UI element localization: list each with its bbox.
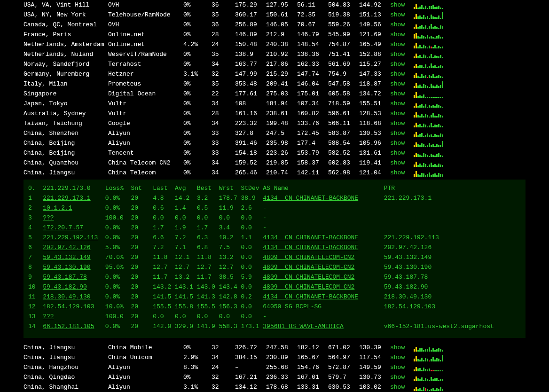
cell: 223.26 [266, 148, 297, 158]
as-link[interactable]: 4809 CN CHINATELECOM-CN2 [263, 283, 354, 290]
cell: 70.67 [297, 20, 328, 30]
latency-sparkline [414, 31, 446, 39]
table-row: China, JiangsuChina Telecom0%34265.46210… [24, 168, 525, 178]
as-link[interactable]: 64050 SG BCPL-SG [263, 303, 322, 310]
hop-ip-link[interactable]: ??? [43, 313, 54, 320]
cell: 582.52 [328, 148, 359, 158]
cell: 162.33 [297, 59, 328, 69]
table-row: USA, VA, Vint HillOVH0%36175.29127.9556.… [24, 0, 525, 10]
as-link[interactable]: 4809 CN CHINATELECOM-CN2 [263, 274, 354, 281]
cell: 247.58 [266, 343, 297, 353]
cell: 154.18 [235, 148, 266, 158]
cell: 199.48 [266, 118, 297, 128]
show-link[interactable]: show [390, 344, 405, 351]
hop-ip-link[interactable]: 172.20.7.57 [43, 224, 83, 231]
show-link[interactable]: show [390, 80, 405, 87]
cell: 32 [212, 382, 235, 392]
as-link[interactable]: 4809 CN CHINATELECOM-CN2 [263, 264, 354, 271]
hop-ip-link[interactable]: 59.43.182.90 [43, 283, 87, 290]
show-link[interactable]: show [390, 140, 405, 147]
cell: China, Shenzhen [24, 128, 108, 138]
latency-sparkline [414, 130, 446, 137]
trace-header: 0. 221.229.173.0 Loss% Snt Last Avg Best… [28, 183, 521, 193]
cell: 121.69 [359, 30, 390, 39]
cell: 36 [212, 20, 235, 30]
hop-ip-link[interactable]: 59.43.132.149 [43, 254, 90, 261]
cell: 167.21 [235, 372, 266, 382]
trace-row: 4 172.20.7.57 0.0% 20 1.7 1.9 1.7 3.4 0.… [28, 223, 521, 233]
hop-ip-link[interactable]: 59.43.187.78 [43, 274, 87, 281]
cell: WeservIT/RamNode [108, 49, 183, 59]
hop-ip-link[interactable]: 59.43.130.190 [43, 264, 90, 271]
hop-ip-link[interactable]: 221.229.192.113 [43, 234, 98, 241]
cell: 133.31 [297, 382, 328, 392]
as-link[interactable]: 4134 CN CHINANET-BACKBONE [263, 244, 358, 251]
hop-ip-link[interactable]: 10.1.2.1 [43, 204, 72, 212]
table-row: Australia, SydneyVultr0%28161.16238.6116… [24, 109, 525, 118]
cell: 0% [183, 30, 212, 39]
hop-ip-link[interactable]: 218.30.49.130 [43, 293, 90, 300]
show-link[interactable]: show [390, 21, 405, 28]
show-link[interactable]: show [390, 90, 405, 97]
cell: 326.72 [235, 343, 266, 353]
hop-ip-link[interactable]: 202.97.42.126 [43, 244, 90, 251]
show-link[interactable]: show [390, 169, 405, 176]
cell: 115.27 [359, 59, 390, 69]
cell: 149.56 [359, 20, 390, 30]
cell: 583.87 [328, 128, 359, 138]
cell: 588.54 [328, 138, 359, 148]
cell: 34 [212, 59, 235, 69]
show-link[interactable]: show [390, 364, 405, 371]
cell: Telehouse/RamNode [108, 10, 183, 20]
show-link[interactable]: show [390, 71, 405, 78]
show-link[interactable]: show [390, 31, 405, 38]
hop-ip-link[interactable]: 182.54.129.103 [43, 303, 94, 310]
show-link[interactable]: show [390, 120, 405, 127]
table-row: China, BeijingTencent0%33154.18223.26153… [24, 148, 525, 158]
show-link[interactable]: show [390, 354, 405, 361]
show-link[interactable]: show [390, 130, 405, 137]
show-link[interactable]: show [390, 100, 405, 107]
as-link[interactable]: 4134 CN CHINANET-BACKBONE [263, 234, 358, 241]
as-link[interactable]: 4809 CN CHINATELECOM-CN2 [263, 254, 354, 261]
latency-sparkline [414, 374, 446, 381]
cell: 130.73 [359, 372, 390, 382]
as-link[interactable]: 395681 US WAVE-AMERICA [263, 323, 344, 330]
cell: 35 [212, 49, 235, 59]
latency-sparkline [414, 41, 446, 48]
cell: China, Quanzhou [24, 158, 108, 168]
show-link[interactable]: show [390, 384, 405, 391]
cell: China, Qingdao [24, 372, 108, 382]
latency-sparkline [414, 120, 446, 127]
cell: 138.36 [297, 49, 328, 59]
hop-ip-link[interactable]: 66.152.181.105 [43, 323, 94, 330]
cell: OVH [108, 0, 183, 10]
cell: Aliyun [108, 128, 183, 138]
cell: Aliyun [108, 372, 183, 382]
hop-ip-link[interactable]: 221.229.173.1 [43, 195, 90, 202]
cell: 238.61 [266, 109, 297, 118]
cell: 34 [212, 99, 235, 109]
show-link[interactable]: show [390, 11, 405, 18]
cell: 215.29 [266, 69, 297, 79]
as-link[interactable]: 4134 CN CHINANET-BACKBONE [263, 293, 358, 300]
show-link[interactable]: show [390, 51, 405, 58]
show-link[interactable]: show [390, 159, 405, 166]
hop-ip-link[interactable]: ??? [43, 214, 54, 221]
show-link[interactable]: show [390, 149, 405, 157]
cell: 178.68 [266, 382, 297, 392]
cell: 559.26 [328, 20, 359, 30]
show-link[interactable]: show [390, 41, 405, 48]
show-link[interactable]: show [390, 61, 405, 68]
show-link[interactable]: show [390, 1, 405, 8]
cell: China Unicom [108, 353, 183, 362]
as-link[interactable]: 4134 CN CHINANET-BACKBONE [263, 195, 358, 202]
show-link[interactable]: show [390, 374, 405, 381]
cell: 247.5 [266, 128, 297, 138]
cell: 0% [183, 59, 212, 69]
traceroute-panel: 0. 221.229.173.0 Loss% Snt Last Avg Best… [24, 180, 525, 338]
show-link[interactable]: show [390, 110, 405, 117]
cell: Tencent [108, 148, 183, 158]
trace-row: 9 59.43.187.78 0.0% 20 11.7 13.2 11.7 38… [28, 272, 521, 282]
trace-row: 1 221.229.173.1 0.0% 20 4.8 14.2 3.2 178… [28, 193, 521, 203]
